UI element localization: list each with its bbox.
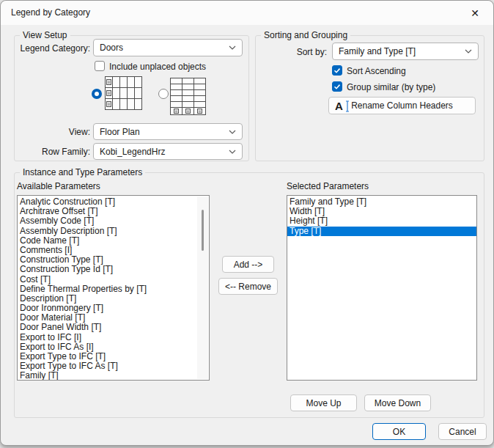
view-setup-group-label: View Setup [20, 30, 70, 40]
dialog-title: Legend by Category [11, 7, 90, 18]
group-similar-label: Group similar (by type) [347, 82, 435, 92]
view-value: Floor Plan [100, 127, 140, 137]
list-item[interactable]: Assembly Description [T] [18, 227, 209, 236]
list-item[interactable]: Height [T] [287, 216, 476, 226]
legend-by-category-dialog: Legend by Category ✕ View Setup Legend C… [0, 0, 494, 446]
row-family-value: Kobi_LegendHrz [100, 147, 165, 157]
list-item[interactable]: Export to IFC [I] [18, 333, 209, 342]
legend-category-label: Legend Category: [14, 43, 90, 54]
view-select[interactable]: Floor Plan [93, 123, 243, 140]
list-item[interactable]: Code Name [T] [18, 236, 209, 246]
list-item[interactable]: Cost [T] [18, 275, 209, 284]
list-item[interactable]: Door Panel Width [T] [18, 323, 209, 332]
group-similar-checkbox[interactable] [332, 81, 342, 92]
legend-layout-vertical-icon [170, 78, 206, 115]
parameters-group-label: Instance and Type Parameters [20, 167, 145, 177]
title-bar: Legend by Category ✕ [1, 1, 493, 25]
list-item[interactable]: Family [T] [18, 371, 209, 381]
selected-parameters-list[interactable]: Family and Type [T]Width [T]Height [T]Ty… [287, 195, 477, 381]
cancel-button[interactable]: Cancel [438, 423, 487, 440]
move-down-button[interactable]: Move Down [364, 394, 431, 411]
sort-by-select[interactable]: Family and Type [T] [332, 43, 479, 60]
sorting-group-label: Sorting and Grouping [261, 30, 350, 40]
remove-button[interactable]: <-- Remove [218, 278, 278, 295]
available-parameters-list[interactable]: Analytic Construction [T]Architrave Offs… [17, 195, 210, 381]
layout-vertical-radio[interactable] [158, 89, 169, 99]
scrollbar-thumb[interactable] [202, 210, 204, 251]
rename-text-cursor-icon: A [335, 100, 351, 113]
close-icon[interactable]: ✕ [464, 4, 486, 22]
list-item[interactable]: Define Thermal Properties by [T] [18, 284, 209, 294]
sort-ascending-checkbox[interactable] [332, 65, 342, 76]
legend-category-select[interactable]: Doors [93, 39, 243, 56]
include-unplaced-label: Include unplaced objects [109, 62, 206, 72]
sort-ascending-label: Sort Ascending [347, 66, 406, 76]
chevron-down-icon [229, 45, 236, 50]
layout-horizontal-radio[interactable] [92, 89, 102, 99]
legend-layout-horizontal-icon [105, 76, 142, 110]
sort-by-value: Family and Type [T] [339, 46, 416, 56]
list-item[interactable]: Construction Type Id [T] [18, 265, 209, 274]
list-item[interactable]: Assembly Code [T] [18, 216, 209, 226]
rename-column-headers-label: Rename Column Headers [351, 100, 453, 111]
row-family-select[interactable]: Kobi_LegendHrz [93, 143, 243, 160]
scrollbar[interactable] [197, 197, 208, 379]
sort-by-label: Sort by: [255, 47, 327, 57]
rename-column-headers-button[interactable]: A Rename Column Headers [328, 97, 476, 114]
available-parameters-label: Available Parameters [17, 181, 100, 191]
legend-category-value: Doors [100, 43, 123, 53]
add-button[interactable]: Add --> [222, 256, 274, 273]
svg-text:A: A [335, 100, 343, 112]
chevron-down-icon [229, 150, 236, 154]
selected-parameters-label: Selected Parameters [287, 181, 369, 191]
chevron-down-icon [465, 49, 472, 54]
move-up-button[interactable]: Move Up [290, 394, 357, 411]
list-item[interactable]: Type [T] [287, 227, 476, 236]
view-label: View: [14, 127, 90, 137]
ok-button[interactable]: OK [372, 423, 426, 440]
include-unplaced-checkbox[interactable] [95, 61, 105, 71]
chevron-down-icon [229, 130, 236, 134]
row-family-label: Row Family: [14, 147, 90, 157]
